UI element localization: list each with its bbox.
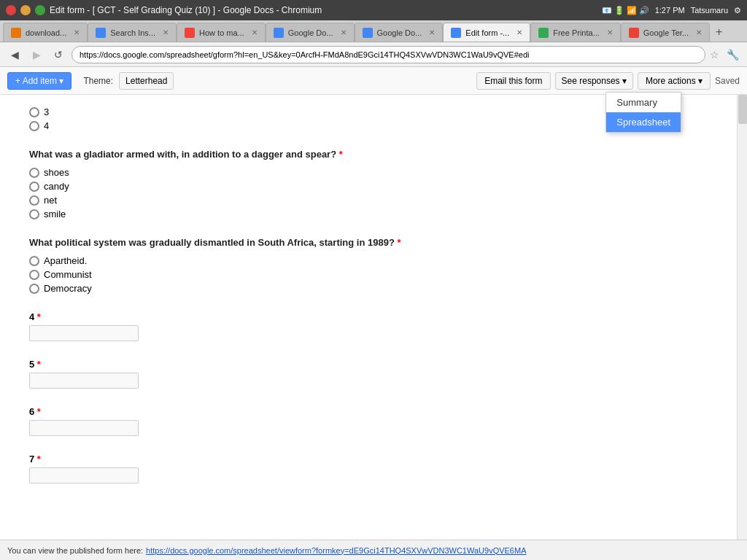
url-input[interactable] (71, 46, 705, 63)
content-wrapper: 3 4 What was a gladiator armed with, in … (0, 95, 747, 540)
radio-label-4: 4 (44, 120, 49, 131)
settings-icon[interactable]: ⚙ (734, 6, 741, 15)
tab-close-howto[interactable]: ✕ (252, 28, 258, 36)
new-tab-button[interactable]: + (710, 23, 728, 42)
form-item-4: 4 * (29, 311, 708, 341)
radio-label-communist: Communist (44, 269, 92, 280)
form-number-4: 4 * (29, 311, 708, 322)
saved-label: Saved (715, 76, 740, 86)
form-item-6: 6 * (29, 406, 708, 436)
text-input-7[interactable] (29, 467, 139, 483)
tab-close-googleter[interactable]: ✕ (696, 28, 702, 36)
back-button[interactable]: ◀ (6, 46, 23, 63)
see-responses-dropdown: Summary Spreadsheet (605, 92, 681, 133)
tab-editform[interactable]: Edit form -... ✕ (443, 23, 530, 42)
form-label-political: What political system was gradually dism… (29, 237, 708, 248)
published-form-link[interactable]: https://docs.google.com/spreadsheet/view… (146, 546, 526, 555)
see-responses-button[interactable]: See responses ▾ (555, 72, 633, 90)
required-star-7: * (37, 454, 41, 464)
tab-close-freeprint[interactable]: ✕ (607, 28, 613, 36)
radio-circle-candy (29, 182, 39, 192)
wrench-icon[interactable]: 🔧 (724, 46, 741, 63)
tab-favicon-howto (185, 28, 195, 38)
bookmark-star-icon[interactable]: ☆ (710, 49, 719, 61)
radio-label-shoes: shoes (44, 167, 69, 178)
form-item-gladiator: What was a gladiator armed with, in addi… (29, 149, 708, 219)
form-label-gladiator: What was a gladiator armed with, in addi… (29, 149, 708, 160)
radio-label-democracy: Democracy (44, 283, 92, 294)
maximize-icon[interactable] (35, 5, 45, 15)
text-input-6[interactable] (29, 420, 139, 436)
email-form-button[interactable]: Email this form (476, 72, 550, 90)
tab-googleter[interactable]: Google Ter... ✕ (621, 23, 710, 42)
user-label: Tatsumaru (691, 6, 728, 15)
radio-option-shoes[interactable]: shoes (29, 167, 708, 178)
scrollbar-thumb[interactable] (738, 95, 747, 124)
required-star-gladiator: * (339, 149, 343, 160)
required-star-6: * (37, 406, 41, 417)
reload-button[interactable]: ↺ (50, 46, 67, 63)
tab-close-googledocs2[interactable]: ✕ (429, 28, 435, 36)
radio-option-net[interactable]: net (29, 195, 708, 206)
radio-circle-shoes (29, 168, 39, 178)
clock: 1:27 PM (655, 6, 685, 15)
text-input-5[interactable] (29, 373, 139, 389)
radio-label-smile: smile (44, 209, 66, 219)
radio-circle-net (29, 195, 39, 206)
minimize-icon[interactable] (20, 5, 31, 15)
toolbar: + Add item ▾ Theme: Letterhead Email thi… (0, 67, 747, 95)
tab-favicon-googledocs1 (274, 28, 284, 38)
radio-option-democracy[interactable]: Democracy (29, 283, 708, 294)
scrollbar[interactable] (737, 95, 747, 540)
theme-button[interactable]: Letterhead (119, 72, 174, 90)
tab-close-download[interactable]: ✕ (74, 28, 80, 36)
form-number-6: 6 * (29, 406, 708, 417)
dropdown-item-spreadsheet[interactable]: Spreadsheet (606, 112, 681, 132)
tab-favicon-download (11, 28, 21, 38)
form-number-5: 5 * (29, 359, 708, 370)
radio-circle-smile (29, 209, 39, 219)
system-icons: 📧 🔋 📶 🔊 (602, 6, 649, 15)
status-bar: You can view the published form here: ht… (0, 540, 747, 560)
tab-bar: download... ✕ Search Ins... ✕ How to ma.… (0, 20, 747, 42)
radio-option-apartheid[interactable]: Apartheid. (29, 255, 708, 266)
radio-option-smile[interactable]: smile (29, 209, 708, 219)
forward-button[interactable]: ▶ (28, 46, 45, 63)
form-item-5: 5 * (29, 359, 708, 389)
radio-label-net: net (44, 195, 57, 206)
add-item-button[interactable]: + Add item ▾ (7, 72, 71, 90)
tab-freeprint[interactable]: Free Printa... ✕ (530, 23, 621, 42)
radio-circle-communist (29, 270, 39, 280)
radio-label-candy: candy (44, 181, 69, 192)
radio-circle-4 (29, 121, 39, 131)
tab-favicon-editform (451, 28, 461, 38)
tab-search[interactable]: Search Ins... ✕ (88, 23, 177, 42)
address-bar: ◀ ▶ ↺ ☆ 🔧 (0, 42, 747, 67)
more-actions-button[interactable]: More actions ▾ (638, 72, 711, 90)
tab-close-search[interactable]: ✕ (163, 28, 169, 36)
status-text: You can view the published form here: (7, 546, 143, 555)
tab-download[interactable]: download... ✕ (3, 23, 88, 42)
radio-circle-3 (29, 107, 39, 117)
title-bar: Edit form - [ GCT - Self Grading Quiz (1… (0, 0, 747, 20)
close-icon[interactable] (6, 5, 16, 15)
tab-favicon-search (96, 28, 106, 38)
radio-option-candy[interactable]: candy (29, 181, 708, 192)
tab-favicon-freeprint (538, 28, 549, 38)
required-star-5: * (37, 359, 41, 370)
window-title: Edit form - [ GCT - Self Grading Quiz (1… (50, 5, 322, 15)
tab-howto[interactable]: How to ma... ✕ (177, 23, 266, 42)
dropdown-item-summary[interactable]: Summary (606, 93, 681, 112)
radio-option-communist[interactable]: Communist (29, 269, 708, 280)
radio-label-apartheid: Apartheid. (44, 255, 87, 266)
theme-prefix-label: Theme: (83, 76, 113, 86)
tab-googledocs1[interactable]: Google Do... ✕ (266, 23, 355, 42)
required-star-political: * (397, 237, 400, 248)
tab-close-editform[interactable]: ✕ (516, 28, 522, 36)
tab-googledocs2[interactable]: Google Do... ✕ (355, 23, 444, 42)
tab-favicon-googledocs2 (363, 28, 373, 38)
text-input-4[interactable] (29, 325, 139, 341)
radio-label-3: 3 (44, 106, 49, 117)
tab-close-googledocs1[interactable]: ✕ (341, 28, 347, 36)
radio-circle-democracy (29, 284, 39, 294)
